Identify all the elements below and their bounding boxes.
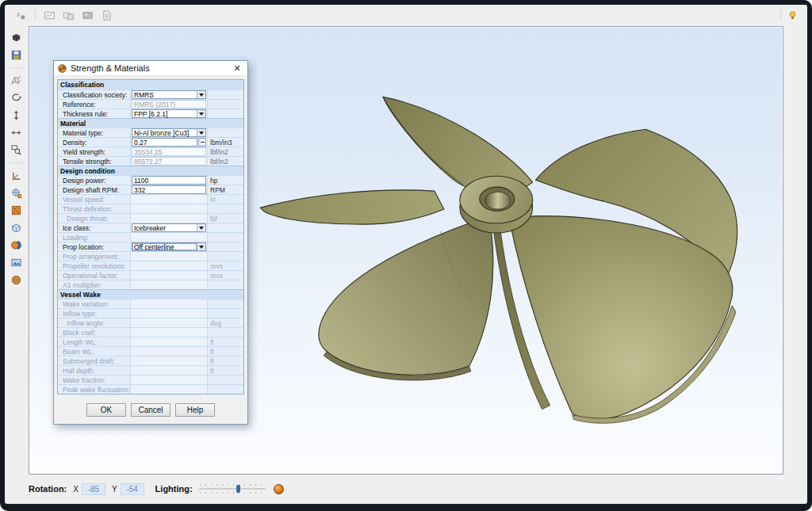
lighting-slider[interactable]: [199, 483, 266, 494]
axes-origin-icon[interactable]: [8, 169, 25, 182]
input-design-power[interactable]: [132, 176, 206, 185]
unit-wake-variation: [208, 299, 243, 308]
section-header-vessel-wake: Vessel Wake: [58, 289, 243, 299]
label-thickness-rule: Thickness rule:: [58, 109, 131, 118]
value-reference: RMRS (2017): [131, 100, 208, 109]
unit-density: lbm/in3: [208, 138, 243, 147]
mesh-view-icon[interactable]: [8, 74, 25, 87]
dialog-title-bar[interactable]: Strength & Materials ✕: [54, 61, 247, 76]
rotation-y-label: Y: [112, 485, 117, 494]
left-toolbar: [5, 25, 28, 504]
chevron-down-icon[interactable]: [197, 110, 205, 117]
value-ice-class: Icebreaker: [131, 223, 208, 232]
propeller-blades[interactable]: [260, 97, 737, 423]
zoom-window-icon[interactable]: [8, 143, 25, 157]
wireframe-cube-icon[interactable]: [8, 221, 25, 235]
label-ice-class: Ice class:: [58, 223, 131, 232]
table-row-design-power: Design power:hp: [58, 175, 243, 185]
label-wake-variation: Wake variation:: [58, 299, 131, 308]
frames-view-icon[interactable]: [60, 8, 77, 23]
propeller-hub[interactable]: [460, 176, 533, 233]
table-row-design-shaft-rpm: Design shaft RPM:RPM: [58, 185, 243, 194]
save-model-icon[interactable]: [8, 48, 25, 62]
label-hull-depth: Hull depth:: [58, 366, 131, 375]
slider-ticks-bottom: [200, 492, 265, 494]
expression-builder-icon[interactable]: x: [13, 8, 29, 23]
rotation-x-label: X: [73, 485, 79, 494]
value-block-coef: [131, 328, 208, 337]
material-texture-icon[interactable]: [8, 204, 25, 217]
chevron-down-icon[interactable]: [197, 224, 205, 231]
orbit-rotate-icon[interactable]: [8, 91, 25, 105]
material-ball-icon[interactable]: [274, 484, 284, 494]
sphere-render-icon[interactable]: [8, 273, 25, 287]
probe-inspect-icon[interactable]: [8, 186, 25, 200]
dropdown-classification-society[interactable]: RMRS: [132, 90, 206, 99]
rotation-x-value: -85: [82, 483, 105, 495]
label-submerged-draft: Submerged draft:: [58, 357, 131, 365]
hint-bulb-icon[interactable]: [784, 8, 801, 23]
duo-tool-icon[interactable]: [8, 238, 25, 252]
fieldwrap: [132, 176, 206, 185]
help-button[interactable]: Help: [175, 403, 215, 417]
close-icon[interactable]: ✕: [231, 62, 243, 74]
value-beam-wl: [131, 347, 208, 356]
plot-window-icon[interactable]: [41, 8, 58, 23]
slider-track: [199, 488, 266, 490]
top-toolbar: x: [5, 5, 807, 25]
unit-thrust-definition: [208, 204, 243, 213]
value-peak-wake-fluctuation: [131, 385, 208, 394]
chevron-down-icon[interactable]: [197, 91, 205, 98]
table-row-loading: Loading:: [58, 232, 243, 242]
dropdown-value: RMRS: [132, 91, 197, 98]
render-image-icon[interactable]: [79, 8, 96, 23]
label-block-coef: Block coef:: [58, 328, 131, 337]
lighting-label: Lighting:: [155, 484, 193, 494]
value-design-power: [131, 176, 208, 185]
value-density: [131, 138, 208, 147]
table-row-design-thrust: Design thrust:lbf: [58, 213, 243, 223]
propeller-app-icon: [57, 63, 67, 74]
unit-vessel-speed: kt: [208, 195, 243, 204]
value-loading: [131, 233, 208, 242]
image-view-icon[interactable]: [8, 256, 25, 269]
ok-button[interactable]: OK: [86, 403, 126, 417]
value-design-thrust: [131, 214, 208, 223]
dropdown-value: Icebreaker: [132, 224, 197, 231]
solid-cube-icon[interactable]: [8, 31, 25, 44]
value-classification-society: RMRS: [131, 90, 208, 99]
chevron-down-icon[interactable]: [197, 129, 205, 136]
input-density[interactable]: [132, 138, 197, 147]
label-a1-multiplier: A1 multiplier:: [58, 280, 131, 289]
dropdown-thickness-rule[interactable]: FPP [6.2.1]: [132, 109, 206, 118]
spin-vertical-icon[interactable]: [8, 109, 25, 122]
expand-density-button[interactable]: [198, 138, 206, 147]
unit-tensile-strength: lbf/in2: [208, 157, 243, 166]
report-page-icon[interactable]: [98, 8, 115, 23]
input-design-shaft-rpm[interactable]: [132, 185, 206, 194]
unit-design-thrust: lbf: [208, 214, 243, 223]
value-material-type: Ni-Al bronze [Cu3]: [131, 128, 208, 137]
cancel-button[interactable]: Cancel: [131, 403, 170, 417]
table-row-prop-location: Prop location:Off centerline: [58, 242, 243, 251]
section-header-classification: Classification: [58, 80, 243, 90]
viewport-3d[interactable]: Strength & Materials ✕ ClassificationCla…: [29, 26, 783, 475]
chevron-down-icon[interactable]: [197, 243, 205, 250]
label-inflow-angle: Inflow angle:: [58, 318, 131, 327]
blade-lower-left: [319, 223, 493, 375]
value-wake-fraction: [131, 376, 208, 384]
label-yield-strength: Yield strength:: [58, 147, 131, 156]
unit-thickness-rule: [208, 109, 243, 118]
fieldwrap: [132, 185, 206, 194]
slider-thumb[interactable]: [236, 485, 240, 493]
table-row-inflow-angle: Inflow angle:deg: [58, 318, 243, 327]
rotation-y-value: -54: [121, 483, 144, 495]
spin-horizontal-icon[interactable]: [8, 126, 25, 139]
dropdown-value: Off centerline: [132, 243, 197, 250]
dropdown-prop-location[interactable]: Off centerline: [132, 242, 206, 251]
dropdown-ice-class[interactable]: Icebreaker: [132, 223, 206, 232]
label-thrust-definition: Thrust definition:: [58, 204, 131, 213]
dropdown-material-type[interactable]: Ni-Al bronze [Cu3]: [132, 128, 206, 137]
readonly-tensile-strength: 85572.27: [132, 157, 206, 166]
value-hull-depth: [131, 366, 208, 375]
